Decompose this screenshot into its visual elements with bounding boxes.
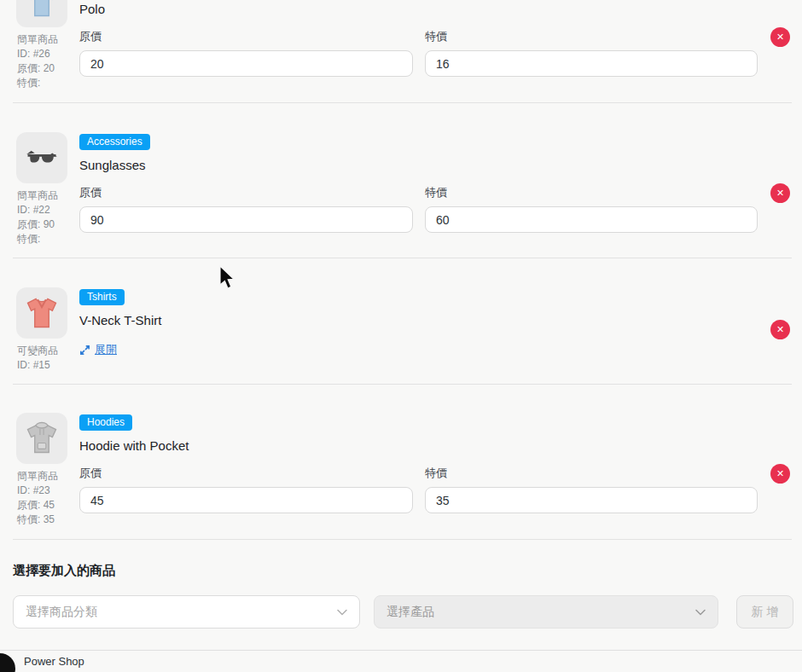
row-divider bbox=[13, 258, 792, 258]
product-thumbnail bbox=[16, 287, 67, 339]
sale-price-label: 特價 bbox=[425, 29, 758, 44]
remove-product-button[interactable]: ✕ bbox=[770, 464, 790, 484]
sale-price-input[interactable] bbox=[425, 50, 758, 77]
sale-price-label: 特價 bbox=[425, 466, 758, 481]
add-products-heading: 選擇要加入的商品 bbox=[13, 563, 115, 579]
product-thumbnail bbox=[16, 132, 67, 183]
close-icon: ✕ bbox=[776, 183, 784, 203]
category-select-placeholder: 選擇商品分類 bbox=[26, 605, 97, 620]
product-thumbnail bbox=[16, 0, 67, 27]
regular-price-label: 原價 bbox=[79, 29, 413, 44]
close-icon: ✕ bbox=[776, 320, 784, 339]
chevron-down-icon bbox=[695, 609, 706, 616]
product-row: 簡單商品 ID: #22 原價: 90 特價: Accessories Sung… bbox=[10, 132, 792, 258]
expand-variations-link[interactable]: 展開 bbox=[79, 342, 117, 357]
brand-logo-icon bbox=[0, 653, 15, 672]
add-product-button[interactable]: 新 增 bbox=[736, 595, 793, 629]
row-divider bbox=[13, 102, 792, 103]
product-id: ID: #26 bbox=[17, 47, 85, 61]
product-row: 簡單商品 ID: #23 原價: 45 特價: 35 Hoodies Hoodi… bbox=[10, 413, 792, 539]
polo-shirt-icon bbox=[23, 0, 61, 20]
hoodie-icon bbox=[23, 420, 61, 457]
category-badge: Hoodies bbox=[79, 414, 132, 431]
product-title: Sunglasses bbox=[79, 158, 146, 172]
footer: Power Shop bbox=[0, 650, 802, 672]
expand-link-label: 展開 bbox=[95, 342, 117, 357]
category-select[interactable]: 選擇商品分類 bbox=[13, 595, 360, 629]
product-title: Hoodie with Pocket bbox=[79, 438, 189, 453]
sunglasses-icon bbox=[23, 139, 61, 177]
category-badge: Tshirts bbox=[79, 289, 125, 305]
expand-diagonal-icon bbox=[79, 345, 90, 356]
row-divider bbox=[13, 384, 792, 385]
close-icon: ✕ bbox=[776, 464, 784, 484]
product-sale-meta: 特價: 35 bbox=[17, 513, 85, 527]
sale-price-input[interactable] bbox=[425, 487, 758, 513]
product-sale-meta: 特價: bbox=[17, 76, 85, 90]
product-type: 簡單商品 bbox=[17, 188, 85, 203]
product-sale-meta: 特價: bbox=[17, 232, 85, 246]
brand-name: Power Shop bbox=[24, 655, 84, 668]
product-title: Polo bbox=[79, 2, 105, 16]
product-thumbnail bbox=[16, 413, 67, 464]
regular-price-label: 原價 bbox=[79, 466, 413, 481]
sale-price-input[interactable] bbox=[425, 206, 758, 233]
product-title: V-Neck T-Shirt bbox=[79, 313, 161, 327]
product-select[interactable]: 選擇產品 bbox=[374, 595, 718, 629]
chevron-down-icon bbox=[337, 609, 347, 616]
product-type: 簡單商品 bbox=[17, 32, 85, 47]
product-id: ID: #23 bbox=[17, 484, 85, 498]
remove-product-button[interactable]: ✕ bbox=[770, 183, 790, 203]
product-row: 簡單商品 ID: #26 原價: 20 特價: Polo 原價 特價 ✕ bbox=[10, 0, 792, 102]
regular-price-input[interactable] bbox=[79, 50, 413, 77]
regular-price-label: 原價 bbox=[79, 185, 413, 200]
product-row: 可變商品 ID: #15 Tshirts V-Neck T-Shirt 展開 ✕ bbox=[10, 287, 792, 384]
product-id: ID: #15 bbox=[17, 358, 85, 373]
product-type: 可變商品 bbox=[17, 344, 85, 358]
regular-price-input[interactable] bbox=[79, 487, 413, 513]
close-icon: ✕ bbox=[776, 27, 784, 47]
product-regular-meta: 原價: 45 bbox=[17, 498, 85, 513]
product-regular-meta: 原價: 20 bbox=[17, 61, 85, 76]
category-badge: Accessories bbox=[79, 134, 150, 150]
product-regular-meta: 原價: 90 bbox=[17, 217, 85, 232]
regular-price-input[interactable] bbox=[79, 206, 413, 233]
sale-price-label: 特價 bbox=[425, 185, 758, 200]
product-id: ID: #22 bbox=[17, 203, 85, 217]
row-divider bbox=[13, 539, 792, 540]
remove-product-button[interactable]: ✕ bbox=[770, 27, 790, 47]
vneck-tshirt-icon bbox=[23, 294, 61, 332]
product-type: 簡單商品 bbox=[17, 469, 85, 484]
remove-product-button[interactable]: ✕ bbox=[770, 320, 790, 339]
product-select-placeholder: 選擇產品 bbox=[386, 605, 434, 620]
